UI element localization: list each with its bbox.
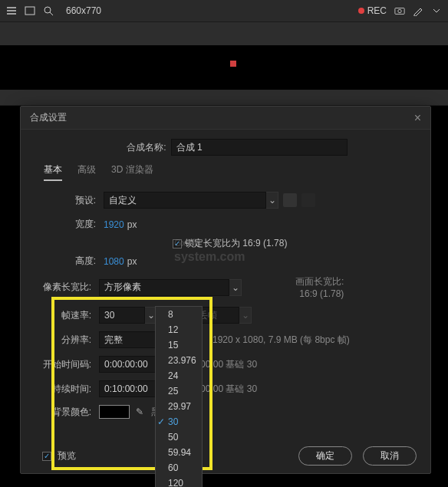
fps-option[interactable]: 120 (156, 475, 202, 487)
frame-ratio-label: 画面长宽比: (295, 275, 344, 288)
record-indicator[interactable]: REC (358, 5, 387, 16)
bg-color-well[interactable] (99, 405, 130, 419)
fps-option[interactable]: 12 (156, 322, 202, 337)
comp-name-label: 合成名称: (127, 141, 166, 154)
search-input[interactable] (61, 2, 130, 19)
frame-ratio-value: 16:9 (1.78) (295, 288, 344, 299)
camera-icon[interactable] (394, 5, 405, 16)
svg-point-3 (398, 9, 401, 12)
resolution-info: 1920 x 1080, 7.9 MB (每 8bpc 帧) (212, 334, 350, 347)
fps-option[interactable]: 29.97 (156, 399, 202, 414)
start-tc-input[interactable] (99, 356, 157, 373)
svg-rect-0 (25, 7, 35, 15)
stage (0, 45, 448, 90)
fps-option[interactable]: 15 (156, 337, 202, 353)
canvas-area (0, 21, 448, 106)
fps-option[interactable]: 60 (156, 460, 202, 475)
app-topbar: REC (0, 0, 448, 21)
panel-icon[interactable] (25, 5, 35, 16)
fps-option[interactable]: 30 (156, 414, 202, 429)
fps-option[interactable]: 59.94 (156, 445, 202, 460)
bg-color-label: 背景颜色: (38, 406, 91, 419)
fps-label: 帧速率: (38, 309, 91, 322)
save-preset-icon[interactable] (283, 193, 297, 207)
svg-rect-2 (395, 8, 404, 15)
svg-point-1 (44, 7, 51, 13)
chevron-down-icon[interactable]: ⌄ (229, 279, 242, 296)
lock-ratio-label: 锁定长宽比为 16:9 (1.78) (185, 238, 287, 248)
fps-select[interactable] (99, 307, 145, 324)
delete-preset-icon (301, 193, 315, 207)
par-select[interactable] (99, 279, 229, 296)
marker (230, 61, 236, 67)
tab-advanced[interactable]: 高级 (77, 163, 96, 181)
search-icon[interactable] (43, 5, 54, 16)
composition-settings-dialog: 合成设置 × 合成名称: 基本 高级 3D 渲染器 预设: ⌄ 宽度: 1920… (20, 106, 431, 474)
chevron-down-icon[interactable]: ⌄ (266, 192, 278, 209)
tab-3d-renderer[interactable]: 3D 渲染器 (111, 163, 153, 181)
fps-option[interactable]: 50 (156, 429, 202, 445)
width-value[interactable]: 1920 (104, 219, 124, 230)
chevron-down-icon: ⌄ (239, 307, 252, 324)
preset-label: 预设: (59, 194, 96, 207)
comp-name-input[interactable] (171, 139, 348, 156)
eyedropper-icon[interactable]: ✎ (136, 406, 143, 417)
cancel-button[interactable]: 取消 (363, 446, 417, 466)
height-label: 高度: (59, 255, 96, 268)
ok-button[interactable]: 确定 (298, 446, 352, 466)
par-label: 像素长宽比: (38, 281, 91, 294)
edit-icon[interactable] (413, 5, 423, 16)
preset-select[interactable] (104, 192, 266, 209)
dialog-title: 合成设置 (30, 111, 67, 124)
height-value[interactable]: 1080 (104, 256, 124, 267)
duration-label: 持续时间: (38, 383, 91, 396)
rec-label: REC (367, 5, 387, 16)
tab-basic[interactable]: 基本 (44, 163, 62, 181)
fps-option[interactable]: 8 (156, 307, 202, 322)
resolution-label: 分辨率: (38, 334, 91, 347)
px-unit: px (127, 219, 137, 230)
close-icon[interactable]: × (414, 111, 421, 125)
fps-option[interactable]: 24 (156, 368, 202, 383)
lock-ratio-checkbox[interactable] (173, 239, 182, 248)
fps-dropdown[interactable]: 8121523.976242529.97305059.9460120 (155, 306, 203, 487)
start-tc-label: 开始时间码: (38, 358, 91, 371)
preview-checkbox[interactable] (42, 452, 51, 461)
menu-icon[interactable] (6, 5, 17, 16)
fps-option[interactable]: 25 (156, 383, 202, 399)
px-unit: px (127, 256, 137, 267)
tabs: 基本 高级 3D 渲染器 (44, 163, 413, 181)
fps-option[interactable]: 23.976 (156, 353, 202, 368)
width-label: 宽度: (59, 218, 96, 231)
duration-input[interactable] (99, 380, 157, 397)
preview-label: 预览 (58, 449, 76, 462)
chevron-down-icon[interactable] (431, 5, 442, 16)
